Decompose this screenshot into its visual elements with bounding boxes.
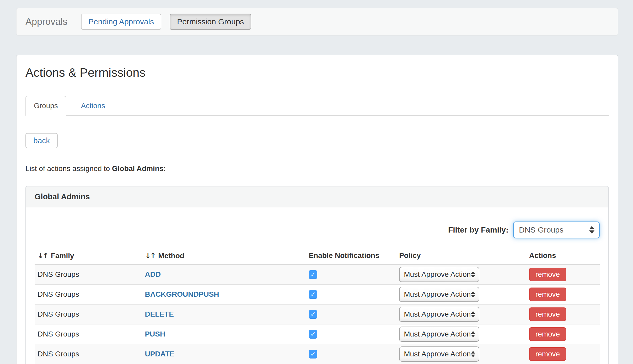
notifications-checkbox[interactable]: ✓	[309, 310, 317, 319]
remove-button[interactable]: remove	[529, 288, 566, 301]
policy-select[interactable]: Must Approve Action	[399, 287, 479, 302]
remove-button[interactable]: remove	[529, 347, 566, 361]
toolbar-title: Approvals	[25, 16, 67, 27]
remove-button[interactable]: remove	[529, 307, 566, 321]
global-admins-panel: Global Admins Filter by Family: DNS Grou…	[25, 186, 609, 364]
table-body: DNS Groups ADD ✓ Must Approve Action rem…	[35, 264, 600, 364]
method-link[interactable]: DELETE	[145, 310, 174, 318]
table-row: DNS Groups BACKGROUNDPUSH ✓ Must Approve…	[35, 284, 600, 304]
intro-suffix: :	[164, 164, 166, 173]
policy-value: Must Approve Action	[404, 310, 471, 318]
method-link[interactable]: UPDATE	[145, 350, 174, 358]
family-filter-select[interactable]: DNS Groups	[513, 222, 600, 238]
family-cell: DNS Groups	[37, 330, 79, 338]
column-header-enable-notifications: Enable Notifications	[306, 245, 396, 264]
select-arrows-icon	[589, 226, 594, 234]
page-title: Actions & Permissions	[25, 66, 609, 80]
check-icon: ✓	[310, 291, 316, 297]
column-label: Family	[51, 252, 74, 260]
table-row: DNS Groups UPDATE ✓ Must Approve Action …	[35, 344, 600, 364]
family-filter-value: DNS Groups	[519, 225, 564, 234]
column-label: Method	[158, 252, 184, 260]
select-arrows-icon	[471, 291, 475, 297]
filter-row: Filter by Family: DNS Groups	[35, 222, 600, 238]
intro-group-name: Global Admins	[112, 164, 164, 173]
select-arrows-icon	[471, 351, 475, 357]
select-arrows-icon	[471, 271, 475, 278]
policy-select[interactable]: Must Approve Action	[399, 346, 479, 362]
panel-title: Global Admins	[35, 192, 90, 201]
table-header-row: ↓↑Family↓↑MethodEnable NotificationsPoli…	[35, 245, 600, 264]
select-arrows-icon	[471, 311, 475, 317]
tab-actions[interactable]: Actions	[73, 96, 114, 116]
check-icon: ✓	[310, 271, 316, 278]
method-link[interactable]: PUSH	[145, 330, 165, 338]
policy-select[interactable]: Must Approve Action	[399, 267, 479, 282]
column-header-actions: Actions	[526, 245, 600, 264]
column-header-policy: Policy	[396, 245, 526, 264]
family-cell: DNS Groups	[37, 290, 79, 298]
sort-icon: ↓↑	[37, 251, 48, 260]
family-cell: DNS Groups	[37, 350, 79, 358]
tab-groups[interactable]: Groups	[25, 96, 66, 116]
check-icon: ✓	[310, 351, 316, 357]
select-arrows-icon	[471, 331, 475, 337]
family-cell: DNS Groups	[37, 270, 79, 278]
notifications-checkbox[interactable]: ✓	[309, 330, 317, 339]
back-button[interactable]: back	[25, 133, 58, 148]
check-icon: ✓	[310, 311, 316, 317]
notifications-checkbox[interactable]: ✓	[309, 290, 317, 299]
table-row: DNS Groups ADD ✓ Must Approve Action rem…	[35, 264, 600, 284]
column-header-method[interactable]: ↓↑Method	[142, 245, 306, 264]
remove-button[interactable]: remove	[529, 327, 566, 341]
policy-value: Must Approve Action	[404, 350, 471, 358]
actions-table: ↓↑Family↓↑MethodEnable NotificationsPoli…	[35, 245, 600, 364]
actions-permissions-card: Actions & Permissions Groups Actions bac…	[16, 55, 618, 364]
sort-icon: ↓↑	[145, 251, 155, 260]
panel-header: Global Admins	[26, 186, 608, 207]
check-icon: ✓	[310, 331, 316, 337]
policy-value: Must Approve Action	[404, 290, 471, 299]
policy-select[interactable]: Must Approve Action	[399, 307, 479, 322]
notifications-checkbox[interactable]: ✓	[309, 350, 317, 359]
column-header-family[interactable]: ↓↑Family	[35, 245, 142, 264]
intro-prefix: List of actions assigned to	[25, 164, 112, 173]
remove-button[interactable]: remove	[529, 268, 566, 281]
notifications-checkbox[interactable]: ✓	[309, 270, 317, 279]
table-row: DNS Groups PUSH ✓ Must Approve Action re…	[35, 324, 600, 344]
column-label: Policy	[399, 251, 421, 260]
policy-select[interactable]: Must Approve Action	[399, 327, 479, 342]
pending-approvals-button[interactable]: Pending Approvals	[81, 14, 161, 30]
method-link[interactable]: ADD	[145, 270, 161, 278]
method-link[interactable]: BACKGROUNDPUSH	[145, 290, 219, 298]
table-row: DNS Groups DELETE ✓ Must Approve Action …	[35, 304, 600, 324]
policy-value: Must Approve Action	[404, 330, 471, 338]
filter-label: Filter by Family:	[448, 225, 508, 234]
intro-text: List of actions assigned to Global Admin…	[25, 164, 609, 173]
column-label: Enable Notifications	[309, 251, 379, 260]
policy-value: Must Approve Action	[404, 270, 471, 279]
panel-body: Filter by Family: DNS Groups ↓↑Family↓↑M…	[26, 222, 608, 364]
column-label: Actions	[529, 251, 556, 260]
approvals-toolbar: Approvals Pending Approvals Permission G…	[16, 8, 618, 36]
permission-groups-button[interactable]: Permission Groups	[170, 14, 251, 30]
tab-bar: Groups Actions	[25, 96, 609, 116]
family-cell: DNS Groups	[37, 310, 79, 318]
